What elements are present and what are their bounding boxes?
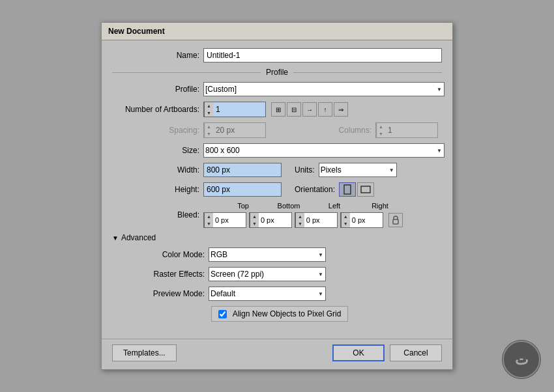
- color-mode-row: Color Mode: RGB CMYK Grayscale: [117, 247, 442, 262]
- advanced-header[interactable]: ▼ Advanced: [112, 233, 442, 242]
- bleed-bottom-up[interactable]: ▲: [250, 213, 259, 220]
- raster-effects-select-wrapper: Screen (72 ppi) Medium (150 ppi) High (3…: [209, 267, 326, 281]
- artboards-label: Number of Artboards:: [112, 105, 203, 114]
- name-row: Name:: [112, 48, 442, 63]
- profile-divider-label: Profile: [261, 68, 293, 77]
- artboards-input[interactable]: [213, 102, 265, 117]
- bleed-left-input[interactable]: [304, 214, 337, 227]
- height-orientation-row: Height: Orientation:: [112, 182, 442, 197]
- bleed-right-input[interactable]: [350, 214, 383, 227]
- bleed-right-spinner: ▲ ▼: [340, 212, 383, 228]
- orientation-wrapper: Orientation:: [295, 182, 374, 197]
- dialog-body: Name: Profile Profile: [Custom] Print We…: [102, 40, 452, 339]
- dialog-title: New Document: [102, 23, 452, 40]
- columns-spinner: ▲ ▼: [375, 122, 438, 138]
- left-to-right-icon[interactable]: →: [302, 102, 317, 117]
- spacing-input[interactable]: [213, 123, 265, 137]
- height-label: Height:: [112, 185, 203, 194]
- svg-text:ت: ت: [515, 352, 529, 368]
- columns-spin-up[interactable]: ▲: [377, 123, 385, 130]
- columns-spin-down[interactable]: ▼: [377, 130, 385, 137]
- bleed-left-up[interactable]: ▲: [296, 213, 304, 220]
- artboards-spin-down[interactable]: ▼: [205, 109, 213, 117]
- align-pixel-grid-label[interactable]: Align New Objects to Pixel Grid: [211, 306, 349, 322]
- bleed-bottom-label: Bottom: [267, 202, 310, 210]
- ok-button[interactable]: OK: [332, 344, 385, 361]
- bleed-top-spinner: ▲ ▼: [203, 212, 246, 228]
- align-pixel-grid-row: Align New Objects to Pixel Grid: [117, 306, 442, 322]
- bleed-bottom-input[interactable]: [259, 214, 291, 227]
- width-units-row: Width: Units: Pixels Points Inches Centi…: [112, 163, 442, 177]
- spacing-spin-up[interactable]: ▲: [205, 123, 213, 130]
- bleed-left-down[interactable]: ▼: [296, 220, 304, 227]
- profile-row: Profile: [Custom] Print Web Mobile: [112, 82, 442, 96]
- cancel-button[interactable]: Cancel: [390, 344, 442, 361]
- height-input[interactable]: [203, 182, 282, 197]
- advanced-section: ▼ Advanced Color Mode: RGB CMYK Grayscal…: [112, 233, 442, 322]
- raster-effects-row: Raster Effects: Screen (72 ppi) Medium (…: [117, 267, 442, 281]
- landscape-btn[interactable]: [357, 182, 374, 197]
- preview-mode-select[interactable]: Default Pixel Overprint: [209, 287, 326, 301]
- bleed-bottom-down[interactable]: ▼: [250, 220, 259, 227]
- spacing-columns-row: Spacing: ▲ ▼ Columns: ▲ ▼: [112, 122, 442, 138]
- color-mode-label: Color Mode:: [117, 250, 209, 259]
- units-wrapper: Units: Pixels Points Inches Centimeters …: [295, 163, 397, 177]
- orientation-label: Orientation:: [295, 185, 335, 194]
- bleed-lock-btn[interactable]: [388, 213, 403, 227]
- size-row: Size: 800 x 600 1024 x 768 1280 x 720 19…: [112, 143, 442, 158]
- bleed-bottom-arrows: ▲ ▼: [250, 213, 259, 227]
- width-label: Width:: [112, 165, 203, 175]
- name-label: Name:: [112, 51, 203, 60]
- advanced-content: Color Mode: RGB CMYK Grayscale Raster Ef…: [112, 247, 442, 322]
- arrange-icon[interactable]: ⊟: [287, 102, 301, 117]
- bleed-right-up[interactable]: ▲: [342, 213, 350, 220]
- spacing-spinner: ▲ ▼: [203, 122, 266, 138]
- color-mode-select[interactable]: RGB CMYK Grayscale: [209, 247, 326, 262]
- profile-select[interactable]: [Custom] Print Web Mobile: [203, 82, 445, 96]
- bleed-top-arrows: ▲ ▼: [204, 213, 213, 227]
- portrait-btn[interactable]: [339, 182, 356, 197]
- spacing-spin-down[interactable]: ▼: [205, 130, 213, 137]
- bleed-row: Bleed: Top Bottom Left Right ▲ ▼: [112, 202, 442, 228]
- spacing-spin-arrows: ▲ ▼: [204, 123, 213, 137]
- width-input[interactable]: [203, 163, 282, 177]
- bleed-right-down[interactable]: ▼: [342, 220, 350, 227]
- raster-effects-select[interactable]: Screen (72 ppi) Medium (150 ppi) High (3…: [209, 267, 326, 281]
- artboards-row: Number of Artboards: ▲ ▼ ⊞ ⊟ → ↑ ⇒: [112, 102, 442, 117]
- artboards-spin-arrows: ▲ ▼: [204, 102, 213, 117]
- units-label: Units:: [295, 165, 315, 175]
- columns-input[interactable]: [385, 123, 437, 137]
- name-input[interactable]: [203, 48, 442, 63]
- bleed-top-up[interactable]: ▲: [205, 213, 213, 220]
- svg-rect-1: [361, 186, 370, 193]
- bleed-left-spinner: ▲ ▼: [295, 212, 338, 228]
- templates-button[interactable]: Templates...: [112, 344, 177, 361]
- bleed-top-input[interactable]: [213, 214, 246, 227]
- footer-left: Templates...: [112, 344, 332, 361]
- right-icon[interactable]: ⇒: [334, 102, 348, 117]
- watermark: ت: [502, 340, 541, 379]
- color-mode-select-wrapper: RGB CMYK Grayscale: [209, 247, 326, 262]
- size-select-wrapper: 800 x 600 1024 x 768 1280 x 720 1920 x 1…: [203, 143, 445, 158]
- grid-icon[interactable]: ⊞: [271, 102, 285, 117]
- bleed-top-label: Top: [222, 202, 265, 210]
- align-pixel-grid-checkbox[interactable]: [218, 310, 227, 318]
- columns-spin-arrows: ▲ ▼: [376, 123, 385, 137]
- columns-label: Columns:: [338, 126, 372, 135]
- artboard-icons: ⊞ ⊟ → ↑ ⇒: [271, 102, 348, 117]
- raster-effects-label: Raster Effects:: [117, 270, 209, 279]
- up-icon[interactable]: ↑: [318, 102, 332, 117]
- dialog-footer: Templates... OK Cancel: [102, 339, 452, 369]
- align-pixel-grid-text: Align New Objects to Pixel Grid: [233, 309, 342, 318]
- bleed-col-labels: Top Bottom Left Right: [203, 202, 401, 210]
- bleed-inputs-row: ▲ ▼ ▲ ▼: [203, 212, 403, 228]
- bleed-bottom-spinner: ▲ ▼: [249, 212, 292, 228]
- advanced-arrow-icon: ▼: [112, 234, 119, 242]
- units-select[interactable]: Pixels Points Inches Centimeters Millime…: [319, 163, 397, 177]
- advanced-label: Advanced: [121, 233, 156, 242]
- bleed-top-down[interactable]: ▼: [205, 220, 213, 227]
- preview-mode-select-wrapper: Default Pixel Overprint: [209, 287, 326, 301]
- artboards-spin-up[interactable]: ▲: [205, 102, 213, 109]
- size-label: Size:: [112, 146, 203, 155]
- size-select[interactable]: 800 x 600 1024 x 768 1280 x 720 1920 x 1…: [203, 143, 445, 158]
